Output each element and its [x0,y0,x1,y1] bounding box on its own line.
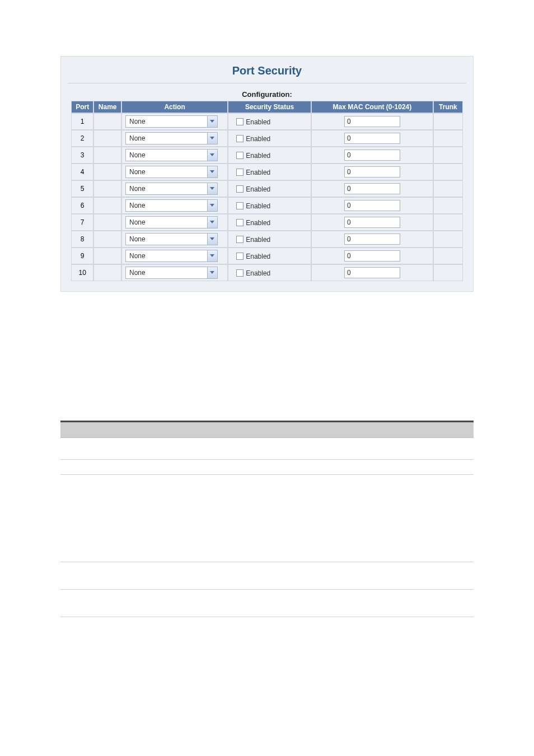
max-cell: 0 [311,147,433,164]
enabled-label: Enabled [246,235,270,243]
action-cell: None [121,180,228,197]
max-cell: 0 [311,197,433,214]
name-cell [93,130,121,147]
chevron-down-icon[interactable] [207,200,217,211]
enabled-label: Enabled [246,185,270,193]
enabled-checkbox[interactable] [236,185,243,193]
trunk-cell [433,264,463,281]
trunk-cell [433,130,463,147]
port-value: 6 [81,202,85,209]
action-select[interactable]: None [125,233,218,245]
chevron-down-icon[interactable] [207,166,217,178]
enabled-checkbox[interactable] [236,236,243,243]
divider [60,617,474,617]
header-maxmac: Max MAC Count (0-1024) [311,101,433,113]
enabled-checkbox[interactable] [236,269,243,277]
max-mac-input[interactable]: 0 [344,116,400,127]
status-cell: Enabled [228,130,311,147]
max-mac-input[interactable]: 0 [344,217,400,228]
table-row: 8NoneEnabled0 [71,231,463,248]
max-mac-input[interactable]: 0 [344,133,400,144]
enabled-label: Enabled [246,202,270,209]
port-cell: 1 [71,113,93,130]
table-row: 5NoneEnabled0 [71,180,463,197]
action-cell: None [121,231,228,248]
enabled-checkbox[interactable] [236,169,243,176]
action-select[interactable]: None [125,183,218,195]
enabled-label: Enabled [246,151,270,159]
trunk-cell [433,231,463,248]
action-select-value: None [126,166,207,178]
action-select[interactable]: None [125,149,218,161]
action-select[interactable]: None [125,115,218,128]
action-cell: None [121,147,228,164]
max-mac-input[interactable]: 0 [344,267,400,278]
chevron-down-icon[interactable] [207,133,217,144]
name-cell [93,147,121,164]
table-row: 2NoneEnabled0 [71,130,463,147]
action-select-value: None [126,183,207,194]
config-table: Port Name Action Security Status Max MAC… [71,101,463,281]
chevron-down-icon[interactable] [207,267,217,278]
action-select[interactable]: None [125,132,218,144]
header-port: Port [71,101,93,113]
chevron-down-icon[interactable] [207,183,217,194]
action-select[interactable]: None [125,250,218,262]
action-select[interactable]: None [125,199,218,212]
chevron-down-icon[interactable] [207,250,217,262]
enabled-checkbox[interactable] [236,135,243,142]
max-mac-input[interactable]: 0 [344,150,400,161]
max-cell: 0 [311,248,433,264]
enabled-label: Enabled [246,118,270,125]
chevron-down-icon[interactable] [207,234,217,245]
divider [60,474,474,475]
action-cell: None [121,248,228,264]
max-mac-input[interactable]: 0 [344,200,400,211]
max-mac-input[interactable]: 0 [344,183,400,194]
action-select[interactable]: None [125,166,218,178]
status-cell: Enabled [228,147,311,164]
action-select-value: None [126,234,207,245]
port-cell: 5 [71,180,93,197]
max-cell: 0 [311,264,433,281]
trunk-cell [433,147,463,164]
port-value: 4 [81,168,85,176]
port-cell: 3 [71,147,93,164]
divider [60,459,474,460]
enabled-label: Enabled [246,269,270,277]
action-select-value: None [126,133,207,144]
max-mac-input[interactable]: 0 [344,234,400,245]
enabled-label: Enabled [246,252,270,260]
action-cell: None [121,197,228,214]
enabled-checkbox[interactable] [236,202,243,209]
max-mac-input[interactable]: 0 [344,166,400,178]
name-cell [93,197,121,214]
action-select-value: None [126,116,207,127]
enabled-checkbox[interactable] [236,253,243,260]
chevron-down-icon[interactable] [207,217,217,228]
enabled-checkbox[interactable] [236,152,243,159]
action-select[interactable]: None [125,216,218,228]
name-cell [93,164,121,180]
port-value: 5 [81,185,85,193]
trunk-cell [433,248,463,264]
enabled-checkbox[interactable] [236,118,243,125]
max-mac-input[interactable]: 0 [344,250,400,262]
chevron-down-icon[interactable] [207,116,217,127]
port-value: 10 [79,269,86,277]
port-cell: 10 [71,264,93,281]
port-value: 1 [81,118,85,125]
port-cell: 2 [71,130,93,147]
trunk-cell [433,113,463,130]
max-cell: 0 [311,180,433,197]
port-value: 8 [81,235,85,243]
action-select[interactable]: None [125,267,218,279]
port-cell: 6 [71,197,93,214]
enabled-checkbox[interactable] [236,219,243,226]
enabled-label: Enabled [246,168,270,176]
status-cell: Enabled [228,214,311,231]
chevron-down-icon[interactable] [207,150,217,161]
status-cell: Enabled [228,180,311,197]
trunk-cell [433,214,463,231]
port-cell: 4 [71,164,93,180]
